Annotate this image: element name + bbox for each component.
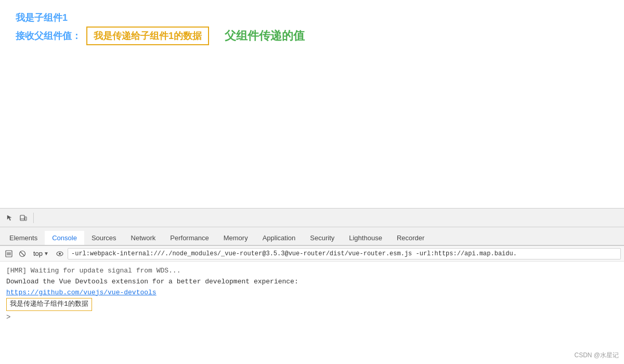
- logged-value: 我是传递给子组件1的数据: [6, 298, 92, 311]
- tab-elements[interactable]: Elements: [2, 231, 45, 246]
- device-toggle-icon[interactable]: [18, 212, 29, 224]
- devtools-tabs: Elements Console Sources Network Perform…: [0, 227, 624, 246]
- console-line-hmr: [HMR] Waiting for update signal from WDS…: [6, 266, 618, 277]
- devtools-panel: Elements Console Sources Network Perform…: [0, 208, 624, 364]
- stop-icon[interactable]: [17, 248, 28, 259]
- parent-pass-label: 父组件传递的值: [225, 28, 305, 44]
- clear-console-icon[interactable]: [3, 248, 15, 259]
- watermark: CSDN @水星记: [574, 351, 619, 360]
- console-output: [HMR] Waiting for update signal from WDS…: [0, 262, 624, 364]
- child-component-title: 我是子组件1: [16, 10, 608, 25]
- context-selector[interactable]: top ▼: [30, 249, 52, 258]
- tab-sources[interactable]: Sources: [84, 231, 124, 246]
- tab-lighthouse[interactable]: Lighthouse: [342, 231, 389, 246]
- context-label: top: [33, 250, 43, 257]
- console-line-devtools-info: Download the Vue Devtools extension for …: [6, 277, 618, 288]
- receive-row: 接收父组件值： 我是传递给子组件1的数据 父组件传递的值: [16, 27, 608, 45]
- toolbar-divider: [33, 213, 34, 223]
- tab-recorder[interactable]: Recorder: [389, 231, 432, 246]
- receive-value-box: 我是传递给子组件1的数据: [86, 27, 209, 45]
- vue-devtools-link[interactable]: https://github.com/vuejs/vue-devtools: [6, 289, 157, 296]
- main-content: 我是子组件1 接收父组件值： 我是传递给子组件1的数据 父组件传递的值: [0, 0, 624, 208]
- devtools-top-toolbar: [0, 209, 624, 227]
- console-line-devtools-link: https://github.com/vuejs/vue-devtools: [6, 288, 618, 298]
- dropdown-arrow-icon: ▼: [44, 251, 49, 256]
- console-toolbar: top ▼: [0, 246, 624, 262]
- console-prompt-icon[interactable]: >: [6, 313, 618, 321]
- tab-performance[interactable]: Performance: [163, 231, 216, 246]
- svg-line-8: [20, 252, 24, 256]
- tab-security[interactable]: Security: [303, 231, 342, 246]
- tab-network[interactable]: Network: [124, 231, 163, 246]
- svg-rect-1: [25, 217, 27, 220]
- tab-memory[interactable]: Memory: [216, 231, 255, 246]
- svg-point-10: [59, 253, 61, 255]
- console-line-log-value: 我是传递给子组件1的数据: [6, 298, 618, 311]
- eye-icon[interactable]: [54, 248, 66, 259]
- inspect-element-icon[interactable]: [4, 212, 16, 224]
- console-filter-input[interactable]: [68, 248, 621, 259]
- tab-application[interactable]: Application: [255, 231, 303, 246]
- svg-rect-0: [20, 215, 24, 220]
- tab-console[interactable]: Console: [45, 231, 84, 246]
- receive-label: 接收父组件值：: [16, 30, 81, 42]
